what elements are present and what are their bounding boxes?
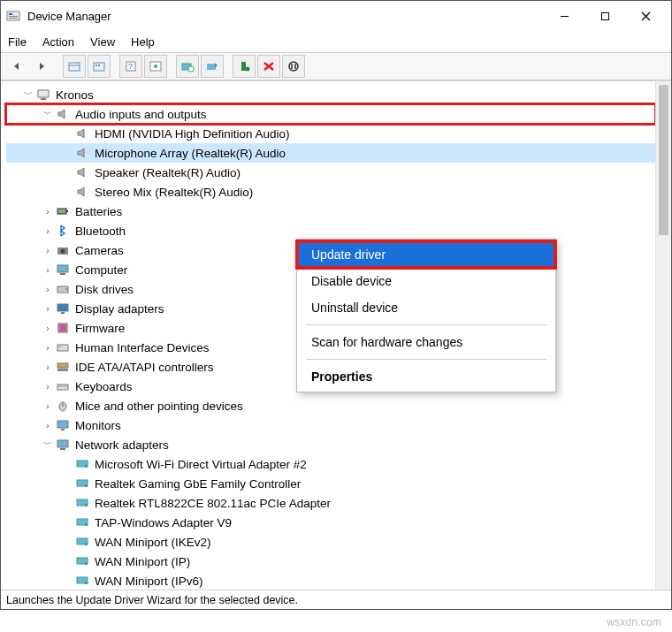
- menu-help[interactable]: Help: [131, 35, 155, 49]
- menu-file[interactable]: File: [8, 35, 27, 49]
- svg-rect-20: [241, 62, 246, 71]
- expand-icon[interactable]: ›: [42, 283, 54, 295]
- context-uninstall-device[interactable]: Uninstall device: [297, 294, 555, 321]
- category-batteries[interactable]: › Batteries: [6, 202, 655, 221]
- network-adapter-icon: [75, 457, 89, 471]
- expand-icon[interactable]: ›: [42, 322, 54, 334]
- minimize-button[interactable]: [544, 2, 584, 30]
- vertical-scrollbar[interactable]: [655, 81, 671, 590]
- network-icon: [56, 438, 70, 452]
- tree-root[interactable]: ﹀ Kronos: [6, 85, 655, 104]
- chip-icon: [56, 321, 70, 335]
- hid-icon: [56, 340, 70, 354]
- battery-icon: [56, 204, 70, 218]
- status-text: Launches the Update Driver Wizard for th…: [6, 594, 298, 606]
- category-mice[interactable]: › Mice and other pointing devices: [6, 396, 655, 415]
- expand-icon[interactable]: ﹀: [22, 88, 34, 101]
- svg-rect-42: [57, 369, 68, 371]
- device-net-0[interactable]: Microsoft Wi-Fi Direct Virtual Adapter #…: [6, 454, 655, 474]
- expand-icon[interactable]: ›: [42, 419, 54, 431]
- svg-rect-10: [94, 63, 104, 71]
- svg-rect-60: [85, 543, 88, 545]
- svg-text:?: ?: [128, 62, 133, 71]
- expand-icon[interactable]: ›: [42, 400, 54, 412]
- update-driver-button[interactable]: [201, 55, 224, 78]
- enable-button[interactable]: [233, 55, 256, 78]
- svg-rect-41: [57, 363, 68, 368]
- context-separator: [306, 324, 546, 325]
- svg-rect-3: [9, 18, 18, 19]
- expand-icon[interactable]: ›: [42, 380, 54, 392]
- scan-button[interactable]: [176, 55, 199, 78]
- device-net-4[interactable]: WAN Miniport (IKEv2): [6, 532, 655, 552]
- show-hidden-button[interactable]: [63, 55, 86, 78]
- category-monitors[interactable]: › Monitors: [6, 415, 655, 435]
- expand-icon[interactable]: ›: [42, 225, 54, 237]
- help-button[interactable]: ?: [119, 55, 142, 78]
- expand-icon[interactable]: ›: [42, 302, 54, 315]
- svg-rect-47: [57, 421, 68, 428]
- expand-icon[interactable]: ›: [42, 341, 54, 354]
- device-net-1[interactable]: Realtek Gaming GbE Family Controller: [6, 474, 655, 493]
- tree-pane: ﹀ Kronos ﹀ Audio inputs and outputs HDMI…: [1, 80, 671, 590]
- menu-bar: File Action View Help: [1, 31, 671, 52]
- svg-rect-28: [66, 210, 68, 212]
- properties-button[interactable]: [144, 55, 167, 78]
- svg-rect-36: [61, 312, 65, 314]
- device-hdmi-audio[interactable]: HDMI (NVIDIA High Definition Audio): [6, 124, 655, 143]
- menu-view[interactable]: View: [90, 35, 115, 49]
- device-microphone-array[interactable]: Microphone Array (Realtek(R) Audio: [6, 143, 655, 163]
- svg-rect-64: [85, 582, 88, 584]
- scrollbar-thumb[interactable]: [659, 85, 668, 235]
- svg-point-18: [188, 66, 194, 72]
- svg-rect-50: [60, 448, 65, 450]
- keyboard-icon: [56, 379, 70, 393]
- menu-action[interactable]: Action: [42, 35, 74, 49]
- maximize-button[interactable]: [584, 2, 625, 30]
- svg-rect-48: [61, 429, 65, 430]
- svg-rect-38: [60, 325, 65, 331]
- expand-icon[interactable]: ﹀: [42, 108, 54, 120]
- context-disable-device[interactable]: Disable device: [297, 268, 555, 294]
- svg-point-24: [289, 62, 298, 71]
- computer-icon: [36, 88, 50, 102]
- bluetooth-icon: [56, 224, 70, 238]
- status-bar: Launches the Update Driver Wizard for th…: [1, 590, 671, 609]
- svg-rect-35: [57, 304, 68, 311]
- uninstall-button[interactable]: [257, 55, 280, 78]
- device-speaker[interactable]: Speaker (Realtek(R) Audio): [6, 163, 655, 182]
- device-manager-window: Device Manager File Action View Help ?: [0, 0, 672, 610]
- forward-button[interactable]: [31, 55, 54, 78]
- category-audio[interactable]: ﹀ Audio inputs and outputs: [6, 104, 655, 124]
- disable-button[interactable]: [282, 55, 305, 78]
- svg-rect-27: [57, 209, 66, 214]
- svg-rect-54: [85, 484, 88, 487]
- context-scan-hardware[interactable]: Scan for hardware changes: [297, 329, 555, 355]
- toolbar-devices-button[interactable]: [88, 55, 111, 78]
- camera-icon: [56, 243, 70, 257]
- display-icon: [56, 301, 70, 316]
- device-stereo-mix[interactable]: Stereo Mix (Realtek(R) Audio): [6, 182, 655, 202]
- device-net-6[interactable]: WAN Miniport (IPv6): [6, 571, 655, 590]
- close-button[interactable]: [625, 2, 666, 30]
- expand-icon[interactable]: ﹀: [42, 438, 54, 451]
- network-adapter-icon: [75, 496, 89, 510]
- device-net-5[interactable]: WAN Miniport (IP): [6, 552, 655, 571]
- watermark: wsxdn.com: [607, 616, 661, 628]
- expand-icon[interactable]: ›: [42, 205, 54, 217]
- expand-icon[interactable]: ›: [42, 361, 54, 373]
- svg-rect-56: [85, 504, 88, 506]
- category-bluetooth[interactable]: › Bluetooth: [6, 221, 655, 240]
- device-net-2[interactable]: Realtek RTL8822CE 802.11ac PCIe Adapter: [6, 493, 655, 513]
- category-network[interactable]: ﹀ Network adapters: [6, 435, 655, 454]
- svg-rect-26: [41, 98, 46, 100]
- context-update-driver[interactable]: Update driver: [297, 241, 555, 268]
- device-net-3[interactable]: TAP-Windows Adapter V9: [6, 513, 655, 532]
- svg-point-30: [61, 249, 65, 254]
- back-button[interactable]: [6, 55, 29, 78]
- context-properties[interactable]: Properties: [297, 363, 555, 390]
- expand-icon[interactable]: ›: [42, 244, 54, 256]
- disk-icon: [56, 282, 70, 296]
- expand-icon[interactable]: ›: [42, 263, 54, 276]
- svg-point-21: [246, 67, 250, 72]
